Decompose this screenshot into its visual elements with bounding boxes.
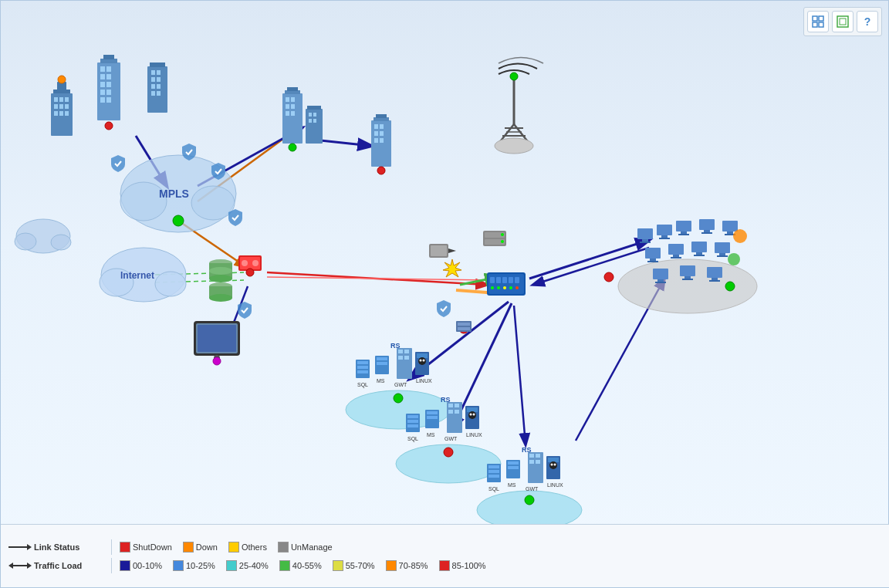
legend-label-70-85: 70-85% [399, 561, 428, 570]
svg-rect-72 [157, 91, 161, 96]
link-status-row: Link Status ShutDown Down Others UnManag… [8, 539, 882, 555]
svg-rect-237 [209, 263, 232, 279]
central-switch[interactable] [487, 272, 526, 296]
svg-text:GWT: GWT [526, 486, 539, 492]
svg-rect-171 [377, 357, 387, 360]
svg-point-140 [728, 253, 740, 265]
small-server[interactable] [456, 321, 472, 332]
svg-rect-5 [840, 19, 846, 25]
nas-device[interactable] [483, 231, 506, 246]
shield-icon6 [437, 300, 451, 317]
tablet-device[interactable] [194, 321, 240, 365]
server-group3[interactable]: SQL MS GWT LINUX [477, 446, 582, 525]
svg-rect-66 [157, 70, 161, 75]
svg-rect-78 [286, 104, 289, 109]
svg-rect-0 [813, 16, 817, 21]
svg-rect-125 [696, 252, 702, 255]
svg-line-10 [313, 140, 371, 146]
svg-rect-53 [106, 66, 111, 72]
traffic-load-title: Traffic Load [34, 561, 103, 570]
svg-rect-226 [536, 460, 540, 464]
svg-point-210 [444, 448, 453, 457]
svg-rect-63 [147, 66, 167, 113]
svg-text:Internet: Internet [120, 270, 154, 281]
svg-point-145 [214, 355, 220, 361]
svg-rect-253 [458, 323, 470, 326]
legend-label-0-10: 00-10% [133, 561, 162, 570]
svg-rect-40 [65, 97, 69, 102]
svg-rect-108 [659, 238, 670, 239]
legend-item-unmanage: UnManage [278, 542, 333, 553]
shield-icon5 [238, 302, 252, 319]
svg-rect-143 [196, 323, 238, 353]
svg-point-151 [246, 269, 254, 276]
svg-rect-175 [398, 350, 403, 353]
traffic-load-row: Traffic Load 00-10% 10-25% 25-40% 40-55% [8, 558, 882, 573]
server-group2[interactable]: SQL MS GWT LINUX [396, 396, 501, 483]
svg-rect-121 [668, 244, 684, 255]
svg-line-20 [456, 290, 507, 294]
svg-rect-117 [725, 234, 735, 235]
main-container: ? [0, 0, 889, 588]
svg-point-26 [191, 186, 235, 220]
building-topcenter[interactable] [97, 55, 120, 130]
svg-marker-246 [443, 259, 461, 277]
help-button[interactable]: ? [857, 11, 878, 32]
svg-rect-120 [647, 261, 658, 262]
svg-point-239 [209, 267, 232, 275]
svg-rect-92 [374, 124, 378, 129]
svg-line-16 [452, 303, 512, 429]
svg-rect-93 [380, 124, 384, 129]
svg-marker-245 [448, 248, 456, 253]
building-topleft[interactable] [51, 76, 73, 136]
svg-rect-136 [707, 267, 722, 278]
svg-point-232 [554, 464, 556, 466]
svg-rect-165 [356, 360, 370, 378]
legend-label-others: Others [242, 542, 267, 552]
svg-rect-204 [465, 406, 479, 429]
svg-rect-127 [715, 242, 730, 253]
legend-item-55-70: 55-70% [333, 560, 375, 571]
svg-rect-178 [404, 356, 409, 360]
svg-line-23 [155, 280, 244, 282]
svg-rect-153 [488, 274, 524, 294]
alert-icon[interactable] [443, 259, 461, 277]
svg-line-7 [178, 221, 246, 267]
svg-rect-241 [209, 286, 232, 298]
svg-rect-128 [719, 253, 725, 255]
wireless-tower[interactable] [495, 58, 543, 154]
server-group1[interactable]: SQL MS GWT [346, 342, 451, 429]
office-cluster[interactable] [618, 219, 757, 313]
connection-status1 [604, 272, 614, 282]
firewall-device[interactable] [238, 255, 262, 276]
svg-rect-60 [100, 97, 105, 103]
storage-device[interactable] [209, 259, 232, 302]
svg-rect-158 [515, 277, 519, 283]
svg-rect-77 [291, 97, 295, 102]
svg-rect-113 [704, 230, 710, 232]
svg-rect-123 [671, 257, 681, 259]
small-device1[interactable] [429, 244, 456, 258]
svg-rect-115 [722, 221, 738, 231]
svg-text:RS: RS [522, 446, 532, 454]
svg-rect-37 [53, 90, 70, 93]
fullscreen-button[interactable] [832, 11, 854, 32]
svg-rect-130 [653, 269, 668, 279]
building-rightcluster[interactable] [282, 87, 323, 151]
svg-point-163 [515, 286, 519, 289]
svg-rect-225 [529, 460, 534, 464]
legend-item-down: Down [183, 542, 218, 553]
svg-rect-156 [502, 277, 507, 283]
building-farright[interactable] [371, 114, 391, 174]
svg-rect-137 [712, 278, 718, 280]
svg-rect-112 [699, 219, 715, 230]
svg-rect-43 [65, 104, 69, 109]
zoom-fit-button[interactable] [807, 11, 829, 32]
svg-rect-80 [286, 111, 289, 116]
building-center[interactable] [147, 63, 167, 113]
svg-rect-2 [813, 22, 817, 27]
svg-rect-138 [709, 280, 720, 282]
svg-rect-105 [640, 242, 651, 243]
svg-rect-94 [374, 131, 378, 136]
svg-point-162 [509, 286, 512, 289]
